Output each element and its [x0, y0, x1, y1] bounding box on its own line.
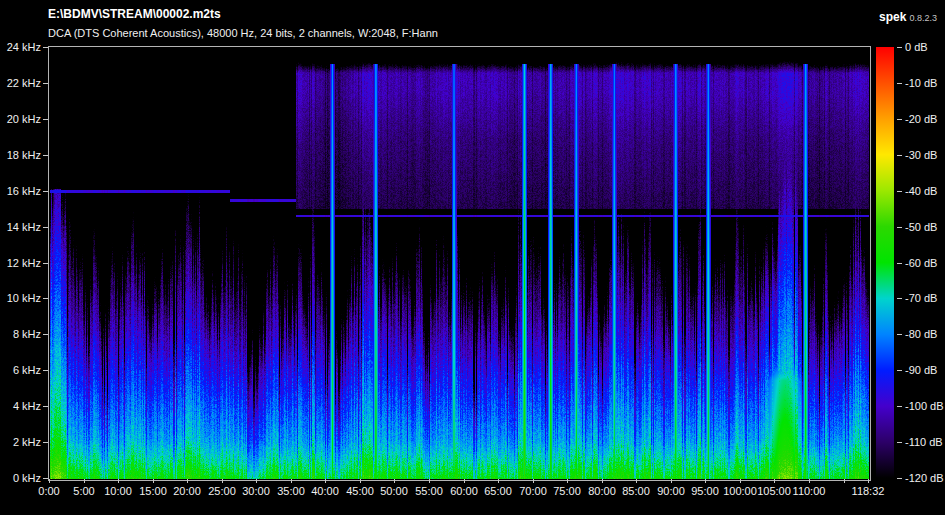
db-tick [897, 442, 902, 443]
freq-label: 4 kHz [1, 400, 41, 412]
time-tick [567, 479, 568, 483]
db-tick [897, 47, 902, 48]
freq-label: 24 kHz [1, 41, 41, 53]
freq-tick [43, 227, 48, 228]
db-tick [897, 263, 902, 264]
freq-tick [43, 47, 48, 48]
time-tick [844, 479, 845, 483]
time-tick [394, 479, 395, 483]
freq-label: 16 kHz [1, 185, 41, 197]
plot-frame [48, 46, 871, 481]
db-label: -20 dB [905, 113, 937, 125]
time-tick [291, 479, 292, 483]
freq-tick [43, 370, 48, 371]
db-tick [897, 334, 902, 335]
db-label: -60 dB [905, 257, 937, 269]
time-label: 118:32 [843, 485, 893, 497]
db-tick [897, 406, 902, 407]
app-version: 0.8.2.3 [909, 13, 937, 23]
db-tick [897, 478, 902, 479]
freq-label: 20 kHz [1, 113, 41, 125]
db-label: -10 dB [905, 77, 937, 89]
db-tick [897, 191, 902, 192]
freq-label: 18 kHz [1, 149, 41, 161]
freq-label: 14 kHz [1, 221, 41, 233]
time-tick [636, 479, 637, 483]
db-tick [897, 83, 902, 84]
time-tick [705, 479, 706, 483]
db-label: -120 dB [905, 472, 944, 484]
db-tick [897, 119, 902, 120]
freq-tick [43, 155, 48, 156]
time-tick [464, 479, 465, 483]
time-tick [602, 479, 603, 483]
freq-tick [43, 478, 48, 479]
spek-window: E:\BDMV\STREAM\00002.m2ts spek0.8.2.3 DC… [0, 0, 945, 515]
app-name: spek [879, 10, 906, 24]
time-tick [153, 479, 154, 483]
db-label: -110 dB [905, 436, 943, 448]
time-tick [256, 479, 257, 483]
db-tick [897, 370, 902, 371]
time-tick [533, 479, 534, 483]
freq-label: 12 kHz [1, 257, 41, 269]
colorbar [876, 47, 894, 478]
db-label: -50 dB [905, 221, 937, 233]
time-tick [325, 479, 326, 483]
freq-tick [43, 263, 48, 264]
spectrogram-canvas [50, 48, 869, 479]
time-tick [360, 479, 361, 483]
db-label: -40 dB [905, 185, 937, 197]
codec-info-line: DCA (DTS Coherent Acoustics), 48000 Hz, … [48, 27, 438, 39]
freq-tick [43, 83, 48, 84]
time-tick [222, 479, 223, 483]
db-tick [897, 298, 902, 299]
time-tick [498, 479, 499, 483]
file-path-title: E:\BDMV\STREAM\00002.m2ts [48, 7, 221, 21]
db-tick [897, 227, 902, 228]
db-label: -30 dB [905, 149, 937, 161]
time-tick [187, 479, 188, 483]
time-tick [809, 479, 810, 483]
time-tick [740, 479, 741, 483]
freq-label: 8 kHz [1, 328, 41, 340]
time-tick [49, 479, 50, 483]
freq-label: 22 kHz [1, 77, 41, 89]
freq-tick [43, 119, 48, 120]
app-brand: spek0.8.2.3 [879, 7, 937, 25]
time-tick [429, 479, 430, 483]
freq-tick [43, 334, 48, 335]
db-label: -70 dB [905, 292, 937, 304]
time-tick [868, 479, 869, 483]
db-label: -90 dB [905, 364, 937, 376]
db-label: -100 dB [905, 400, 944, 412]
time-tick [774, 479, 775, 483]
freq-tick [43, 442, 48, 443]
freq-label: 10 kHz [1, 292, 41, 304]
db-label: -80 dB [905, 328, 937, 340]
freq-tick [43, 406, 48, 407]
time-label: 110:00 [784, 485, 834, 497]
freq-label: 0 kHz [1, 472, 41, 484]
time-tick [118, 479, 119, 483]
freq-label: 2 kHz [1, 436, 41, 448]
freq-tick [43, 191, 48, 192]
db-tick [897, 155, 902, 156]
freq-label: 6 kHz [1, 364, 41, 376]
freq-tick [43, 298, 48, 299]
db-label: 0 dB [905, 41, 928, 53]
time-tick [671, 479, 672, 483]
time-tick [84, 479, 85, 483]
